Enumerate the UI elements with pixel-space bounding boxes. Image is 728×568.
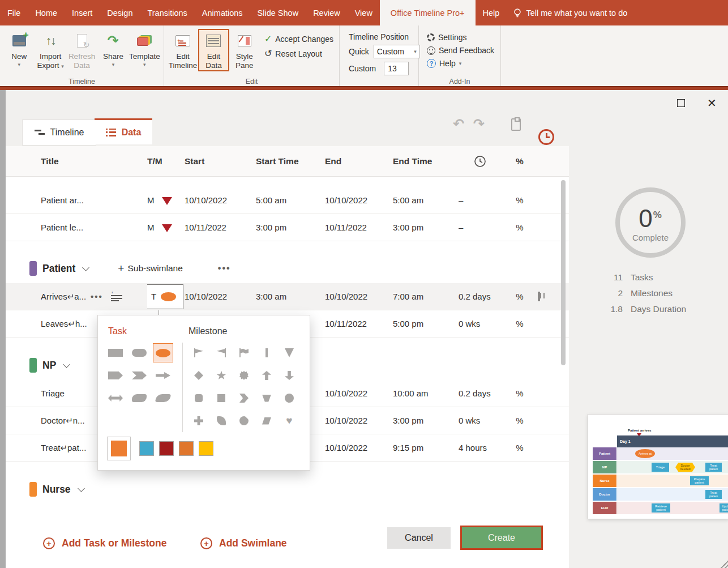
- cell-end[interactable]: 10/11/2022: [325, 223, 393, 232]
- cell-end-time[interactable]: 5:00 am: [393, 195, 459, 205]
- header-end[interactable]: End: [325, 156, 393, 166]
- scrollbar-thumb[interactable]: [561, 180, 566, 365]
- cell-percent[interactable]: %: [504, 319, 538, 328]
- milestone-shape-triangle-down[interactable]: [285, 348, 294, 357]
- task-shape-rectangle[interactable]: [108, 349, 123, 357]
- tell-me-box[interactable]: Tell me what you want to do: [507, 0, 634, 25]
- shape-type-cell[interactable]: T: [147, 284, 183, 309]
- close-button[interactable]: ✕: [707, 96, 717, 110]
- chevron-down-icon[interactable]: [78, 485, 85, 492]
- cell-duration[interactable]: 0 wks: [459, 319, 504, 328]
- milestone-shape-heart[interactable]: ♥: [286, 416, 292, 425]
- help-button[interactable]: ? Help ▾: [427, 59, 494, 68]
- cell-end[interactable]: 10/11/2022: [325, 319, 393, 328]
- milestone-shape-flag-right[interactable]: [194, 348, 203, 357]
- cell-tm[interactable]: M: [147, 223, 185, 232]
- cell-end[interactable]: 10/10/2022: [325, 292, 393, 301]
- swatch-orange-2[interactable]: [179, 441, 194, 456]
- cell-duration[interactable]: 4 hours: [459, 443, 504, 452]
- more-options-icon[interactable]: •••: [218, 263, 231, 274]
- edit-timeline-button[interactable]: Edit Timeline: [168, 29, 198, 70]
- tab-help[interactable]: Help: [476, 0, 507, 25]
- task-shape-pentagon-arrow[interactable]: [108, 371, 123, 379]
- milestone-shape-bar[interactable]: [265, 348, 268, 357]
- header-percent[interactable]: %: [504, 156, 538, 166]
- cell-end-time[interactable]: 9:15 pm: [393, 443, 459, 452]
- maximize-button[interactable]: [677, 99, 685, 107]
- milestone-shape-parallelogram[interactable]: [262, 417, 271, 425]
- cell-start[interactable]: 10/11/2022: [185, 223, 256, 232]
- swimlane-color-chip[interactable]: [29, 358, 37, 373]
- table-row-selected[interactable]: Arrives↵a... ••• T 10/10/2022 3:00 am 10…: [6, 283, 569, 310]
- undo-icon[interactable]: ↶: [453, 116, 464, 132]
- task-shape-arrow-right[interactable]: [156, 371, 170, 379]
- resize-grip-icon[interactable]: [719, 559, 728, 568]
- settings-button[interactable]: Settings: [427, 33, 494, 42]
- swatch-blue[interactable]: [139, 441, 154, 456]
- cell-start-time[interactable]: 3:00 pm: [256, 223, 325, 232]
- header-start[interactable]: Start: [185, 156, 256, 166]
- cell-end-time[interactable]: 7:00 am: [393, 292, 459, 301]
- cell-end[interactable]: 10/10/2022: [325, 388, 393, 398]
- milestone-shape-seal-star[interactable]: [239, 371, 249, 380]
- chevron-down-icon[interactable]: [82, 264, 89, 271]
- milestone-shape-circle[interactable]: [285, 394, 294, 403]
- cell-title[interactable]: Patient le...: [41, 223, 147, 232]
- table-row[interactable]: Patient ar... M 10/10/2022 5:00 am 10/10…: [6, 187, 569, 214]
- swimlane-patient[interactable]: Patient + Sub-swimlane •••: [6, 254, 569, 283]
- cell-title[interactable]: Patient ar...: [41, 195, 147, 205]
- tab-view[interactable]: View: [348, 0, 380, 25]
- edit-data-button[interactable]: Edit Data: [198, 29, 229, 71]
- more-options-icon[interactable]: •••: [91, 292, 103, 301]
- cell-tm[interactable]: M: [147, 195, 185, 205]
- swatch-yellow[interactable]: [199, 441, 213, 456]
- new-button[interactable]: New ▾: [3, 29, 35, 67]
- task-shape-double-arrow[interactable]: [108, 394, 123, 402]
- swimlane-nurse[interactable]: Nurse: [6, 475, 569, 504]
- milestone-shape-rounded-square[interactable]: [195, 394, 203, 402]
- create-button[interactable]: Create: [460, 526, 543, 550]
- task-shape-ellipse-selected[interactable]: [153, 343, 173, 362]
- swimlane-name[interactable]: NP: [42, 360, 56, 371]
- accept-changes-button[interactable]: ✓ Accept Changes: [264, 33, 333, 44]
- task-shape-rounded-slant-2[interactable]: [155, 394, 171, 402]
- milestone-shape-chevron-right[interactable]: [239, 394, 249, 403]
- swimlane-color-chip[interactable]: [29, 261, 37, 276]
- cancel-button[interactable]: Cancel: [387, 527, 451, 549]
- cell-title[interactable]: Arrives↵a... •••: [41, 292, 147, 302]
- import-export-button[interactable]: ↑↓ Import Export ▾: [35, 29, 66, 70]
- cell-duration[interactable]: –: [459, 223, 504, 232]
- tab-transitions[interactable]: Transitions: [140, 0, 194, 25]
- cell-end[interactable]: 10/10/2022: [325, 416, 393, 425]
- tab-file[interactable]: File: [0, 0, 28, 25]
- swimlane-color-chip[interactable]: [29, 482, 37, 497]
- custom-position-input[interactable]: 13: [384, 62, 409, 75]
- header-start-time[interactable]: Start Time: [256, 156, 325, 166]
- cell-duration[interactable]: 0.2 days: [459, 292, 504, 301]
- cell-end-time[interactable]: 10:00 am: [393, 388, 459, 398]
- cell-end-time[interactable]: 3:00 pm: [393, 416, 459, 425]
- header-end-time[interactable]: End Time: [393, 156, 459, 166]
- cell-percent[interactable]: %: [504, 292, 538, 301]
- header-tm[interactable]: T/M: [147, 156, 185, 166]
- cell-percent[interactable]: %: [504, 443, 538, 452]
- tab-insert[interactable]: Insert: [65, 0, 100, 25]
- quick-position-dropdown[interactable]: Custom ▾: [374, 45, 420, 58]
- cell-end-time[interactable]: 3:00 pm: [393, 223, 459, 232]
- milestone-shape-arrow-up[interactable]: [262, 371, 271, 380]
- milestone-shape-plus[interactable]: [194, 416, 203, 425]
- task-shape-chevron[interactable]: [132, 371, 147, 379]
- tab-design[interactable]: Design: [100, 0, 140, 25]
- milestone-shape-waving-flag[interactable]: [239, 348, 249, 357]
- milestone-shape-arrow-down[interactable]: [285, 371, 294, 380]
- tab-home[interactable]: Home: [28, 0, 65, 25]
- cell-end-time[interactable]: 5:00 pm: [393, 319, 459, 328]
- reset-layout-button[interactable]: ↺ Reset Layout: [264, 48, 333, 59]
- header-title[interactable]: Title: [41, 156, 147, 166]
- delete-row-icon[interactable]: [538, 292, 540, 301]
- cell-start[interactable]: 10/10/2022: [185, 195, 256, 205]
- task-shape-rounded-slant[interactable]: [132, 394, 147, 402]
- add-details-icon[interactable]: [111, 293, 122, 301]
- tab-animations[interactable]: Animations: [195, 0, 250, 25]
- table-row[interactable]: Patient le... M 10/11/2022 3:00 pm 10/11…: [6, 214, 569, 241]
